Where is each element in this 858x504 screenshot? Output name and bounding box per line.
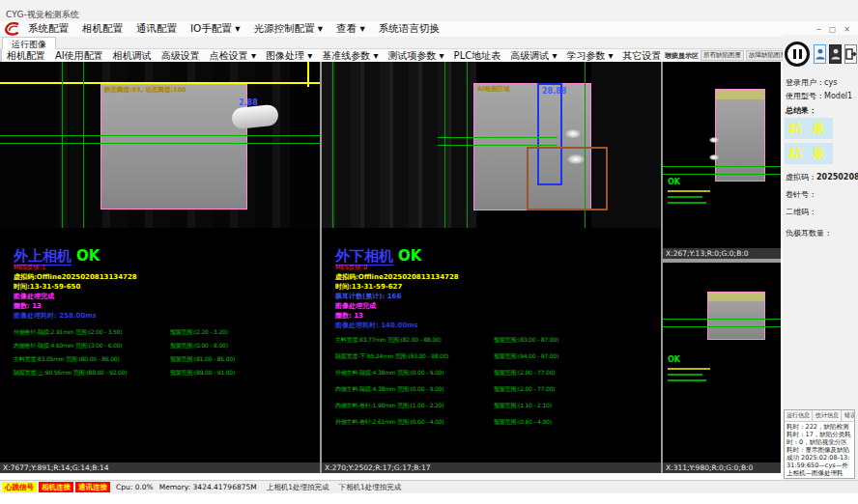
tool-ai-usage-config[interactable]: AI使用配置 <box>50 49 108 63</box>
sidebar-panel: 登录用户：cys 使用型号：Model1 总结果： 结 果 结 果 虚拟码：20… <box>783 35 858 492</box>
cpu-usage: Cpu: 0.0% <box>116 483 154 491</box>
measurement-row: 外侧卷针-隔膜:2.91mm 范围:(2.00 - 3.50) <box>14 328 122 337</box>
preview-highlight <box>716 90 764 99</box>
camera-connect-badge: 相机连接 <box>39 482 73 492</box>
user-login-button[interactable] <box>814 44 826 64</box>
preview-highlight <box>708 293 764 301</box>
right-camera-ok: OK <box>398 247 421 265</box>
bright-spot <box>565 129 581 138</box>
measurement-row: 隔膜宽度-下:95.24mm 范围:(93.00 - 98.00) <box>335 352 448 361</box>
maximize-icon[interactable]: ▢ <box>829 25 837 34</box>
tool-camera-config[interactable]: 相机配置 <box>2 49 50 63</box>
tool-plc-address-table[interactable]: PLC地址表 <box>449 49 506 63</box>
measurement-row: 内侧主料-卷针:1.90mm 范围:(1.00 - 2.20) <box>335 402 443 410</box>
needle-no-row: 卷针号： <box>786 189 816 200</box>
right-barcode: 虚拟码:Offline2025020813134728 <box>335 272 459 282</box>
info-log-text: 耗时：222，缺陷检测耗时：17，缺陷分类耗时：0，缺陷视觉分区耗时：显示图像及… <box>785 422 854 479</box>
preview-text-line <box>668 368 710 370</box>
green-guide-line <box>0 135 320 136</box>
login-user-label: 登录用户： <box>786 78 824 87</box>
app-window: CYG-视觉检测系统 系统配置 相机配置 通讯配置 IO手配置 ▾ 光源控制配置… <box>0 0 858 504</box>
user-dark-icon <box>831 48 841 60</box>
close-icon[interactable]: ✕ <box>844 25 850 34</box>
measurement-warn: 预警范围:(2.00 - 77.00) <box>494 369 555 378</box>
defect-preview-1[interactable]: OK X:267;Y:13;R:0;G:0;B:0 <box>663 62 781 259</box>
tool-advanced-debug[interactable]: 高级调试 ▾ <box>505 49 561 63</box>
total-result-label: 总结果： <box>786 105 816 116</box>
tool-image-processing[interactable]: 图像处理 ▾ <box>261 49 317 63</box>
pause-button[interactable] <box>785 42 810 67</box>
measurement-row: 外侧主料-隔膜:4.38mm 范围:(0.00 - 9.00) <box>335 369 443 378</box>
defect-preview-2[interactable]: OK X:311;Y:980;R:0;G:0;B:0 <box>663 263 781 473</box>
tool-spotcheck-settings[interactable]: 点检设置 ▾ <box>205 49 261 63</box>
menu-item-system-config[interactable]: 系统配置 <box>21 22 75 36</box>
preview-text-line <box>668 202 706 204</box>
left-time: 时间:13-31-59-650 <box>14 282 80 292</box>
menu-item-comm-config[interactable]: 通讯配置 <box>129 22 184 36</box>
right-time: 时间:13-31-59-627 <box>335 282 402 292</box>
user-switch-button[interactable] <box>829 44 842 64</box>
run-info-box: 运行信息 统计信息 错误信息 耗时：222，缺陷检测耗时：17，缺陷分类耗时：0… <box>784 409 855 479</box>
measurement-row: 内侧主料-隔膜:4.38mm 范围:(0.00 - 9.00) <box>335 385 443 394</box>
preview1-coords: X:267;Y:13;R:0;G:0;B:0 <box>663 248 781 259</box>
left-camera-view[interactable]: 静态阈值:93, 动态阈值:100 2.88 外上相机OK MES反馈:1 虚拟… <box>0 62 320 473</box>
tab-run-image[interactable]: 运行图像 <box>2 37 56 49</box>
exit-door-icon <box>845 48 856 60</box>
info-tab-errors[interactable]: 错误信息 <box>843 410 855 421</box>
right-process-time: 图像处理耗时: 140.00ms <box>335 321 418 330</box>
menu-item-language-switch[interactable]: 系统语言切换 <box>372 22 446 36</box>
preview2-coords: X:311;Y:980;R:0;G:0;B:0 <box>663 462 781 473</box>
tool-baseline-params[interactable]: 基准线参数 ▾ <box>317 49 383 63</box>
upper-camera-status: 上相机1处理拍完成 <box>267 483 329 492</box>
preview-tab-all-defects[interactable]: 所有缺陷图显 <box>701 50 744 61</box>
tool-advanced-settings[interactable]: 高级设置 <box>157 49 205 63</box>
green-guide-line <box>663 174 781 175</box>
model-row: 使用型号：Model1 <box>786 91 852 101</box>
measurement-warn: 预警范围:(89.00 - 91.00) <box>170 369 235 378</box>
measurement-row: 隔膜宽度-上:90.56mm 范围:(88.00 - 92.00) <box>14 369 127 378</box>
tool-test-params[interactable]: 测试项参数 ▾ <box>383 49 448 63</box>
threshold-note: 静态阈值:93, 动态阈值:100 <box>104 86 186 95</box>
left-cursor-coords: X:7677;Y:891;R:14;G:14;B:14 <box>0 462 320 473</box>
preview-material-roi <box>715 89 765 182</box>
tool-learning-params[interactable]: 学习参数 ▾ <box>561 49 617 63</box>
left-mes-feedback: MES反馈:1 <box>14 264 45 272</box>
preview-header: 瑕疵显示区 所有缺陷图显 故障缺陷图显 <box>663 49 781 62</box>
virtual-code-label: 虚拟码： <box>786 173 816 182</box>
right-tab-count: 极耳计数(累计): 166 <box>335 292 401 301</box>
preview-header-label: 瑕疵显示区 <box>663 51 699 61</box>
menu-item-view[interactable]: 查看 ▾ <box>329 22 372 36</box>
minimize-icon[interactable]: ─ <box>816 25 821 34</box>
info-tab-run[interactable]: 运行信息 <box>785 410 813 421</box>
right-camera-result: 外下相机OK <box>335 246 421 266</box>
yellow-guide-vline <box>307 62 309 87</box>
right-camera-view[interactable]: AI检测区域 28.88 外下相机OK MES反馈:0 虚拟码:Offline2… <box>322 62 661 473</box>
measurement-warn: 预警范围:(94.00 - 97.00) <box>494 352 558 361</box>
result-block-2: 结 果 <box>785 143 833 164</box>
model-label: 使用型号： <box>786 92 824 100</box>
menu-bar: 系统配置 相机配置 通讯配置 IO手配置 ▾ 光源控制配置 ▾ 查看 ▾ 系统语… <box>0 21 858 37</box>
blue-measure-label: 28.88 <box>542 87 566 96</box>
tool-camera-debug[interactable]: 相机调试 <box>108 49 157 63</box>
menu-item-camera-config[interactable]: 相机配置 <box>75 22 129 36</box>
green-guide-line <box>0 143 320 144</box>
measurement-warn: 预警范围:(2.00 - 77.00) <box>494 385 555 394</box>
green-guide-line <box>663 166 781 167</box>
neg-tab-count-label: 负极耳数量： <box>786 229 832 238</box>
left-loop-count: 圈数: 13 <box>14 301 42 311</box>
left-camera-ok: OK <box>76 247 100 265</box>
virtual-code-row: 虚拟码：20250208 <box>786 172 858 182</box>
main-area: 静态阈值:93, 动态阈值:100 2.88 外上相机OK MES反馈:1 虚拟… <box>0 62 781 473</box>
menu-item-io-config[interactable]: IO手配置 ▾ <box>184 22 246 36</box>
right-cursor-coords: X:270;Y:2502;R:17;G:17;B:17 <box>322 462 661 473</box>
measurement-warn: 预警范围:(2.20 - 3.20) <box>170 328 228 337</box>
preview-text-line <box>668 379 706 381</box>
menu-item-light-config[interactable]: 光源控制配置 ▾ <box>246 22 329 36</box>
green-guide-vline <box>62 62 63 228</box>
info-tab-stats[interactable]: 统计信息 <box>814 410 842 421</box>
right-mes-feedback: MES反馈:0 <box>335 264 367 272</box>
logout-button[interactable] <box>844 44 857 64</box>
preview-ok-label: OK <box>668 355 680 364</box>
left-process-status: 图像处理完成 <box>14 292 54 301</box>
tab-strip: 运行图像 <box>0 37 783 49</box>
